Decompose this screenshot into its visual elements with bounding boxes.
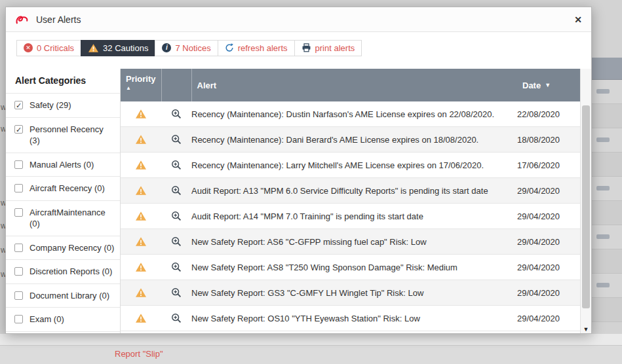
category-label: Manual Alerts (0) xyxy=(29,159,94,171)
criticals-filter-button[interactable]: ✕ 0 Criticals xyxy=(16,40,81,56)
user-alerts-modal: User Alerts ✕ ✕ 0 Criticals 32 Cautions xyxy=(5,7,592,334)
category-item[interactable]: Company Recency (0) xyxy=(6,236,120,260)
view-alert-button[interactable] xyxy=(161,134,191,145)
alert-text: Audit Report: A14 "MPM 7.0 Training" is … xyxy=(191,211,517,221)
alert-date: 29/04/2020 xyxy=(517,314,580,323)
alert-date: 18/08/2020 xyxy=(517,135,580,145)
cautions-filter-button[interactable]: 32 Cautions xyxy=(81,40,155,56)
zoom-in-icon xyxy=(171,134,182,145)
background-table-fragment xyxy=(592,58,622,334)
view-alert-button[interactable] xyxy=(161,262,191,272)
print-alerts-button[interactable]: print alerts xyxy=(294,40,362,56)
warning-icon xyxy=(135,236,147,247)
zoom-in-icon xyxy=(171,236,182,247)
alert-table-row: Audit Report: A13 "MPM 6.0 Service Diffi… xyxy=(121,178,580,204)
category-item[interactable]: ✓ Safety (29) xyxy=(6,93,120,117)
category-label: AircraftMaintenance (0) xyxy=(29,207,115,230)
priority-cell xyxy=(121,211,161,221)
alert-column-header[interactable]: Alert xyxy=(192,69,517,101)
category-item[interactable]: Exam (0) xyxy=(6,307,120,332)
category-label: Exam (0) xyxy=(29,314,64,325)
warning-icon xyxy=(135,134,147,145)
category-item[interactable]: AircraftMaintenance (0) xyxy=(6,200,120,236)
view-alert-button[interactable] xyxy=(161,160,191,170)
category-item[interactable]: ✓ Personnel Recency (3) xyxy=(6,117,120,153)
category-checkbox[interactable] xyxy=(14,208,23,217)
view-alert-button[interactable] xyxy=(161,185,191,196)
close-icon[interactable]: ✕ xyxy=(574,14,582,25)
notices-filter-button[interactable]: i 7 Notices xyxy=(155,40,218,56)
warning-icon xyxy=(135,211,147,221)
alert-date: 29/04/2020 xyxy=(517,211,580,221)
printer-icon xyxy=(301,43,311,52)
alert-table-row: New Safety Report: AS6 "C-GFPP missing f… xyxy=(121,229,580,255)
category-checkbox[interactable]: ✓ xyxy=(14,125,23,134)
view-alert-button[interactable] xyxy=(161,211,191,221)
zoom-in-icon xyxy=(171,287,182,298)
priority-cell xyxy=(121,313,161,323)
alert-text: New Safety Report: GS3 "C-GMFY LH Wingle… xyxy=(191,288,517,298)
category-label: Company Recency (0) xyxy=(29,242,114,254)
priority-cell xyxy=(121,160,161,170)
print-label: print alerts xyxy=(315,43,355,53)
alert-header-label: Alert xyxy=(197,81,217,90)
category-checkbox[interactable] xyxy=(14,184,23,192)
warning-icon xyxy=(135,313,147,323)
alert-text: New Safety Report: AS8 "T250 Wing Sponso… xyxy=(191,263,517,272)
category-list: ✓ Safety (29) ✓ Personnel Recency (3) Ma… xyxy=(6,93,120,332)
category-checkbox[interactable] xyxy=(14,267,23,276)
date-column-header[interactable]: Date ▼ xyxy=(517,69,580,101)
alert-rows: Recency (Maintenance): Dustin Narfason's… xyxy=(121,101,580,333)
zoom-in-icon xyxy=(171,109,182,119)
table-scrollbar[interactable]: ▼ xyxy=(580,69,591,333)
category-checkbox[interactable]: ✓ xyxy=(14,101,23,109)
alert-text: New Safety Report: AS6 "C-GFPP missing f… xyxy=(191,237,517,247)
scrollbar-thumb[interactable] xyxy=(582,105,590,308)
refresh-alerts-button[interactable]: refresh alerts xyxy=(218,40,295,56)
category-item[interactable]: Document Library (0) xyxy=(6,283,120,308)
zoom-in-icon xyxy=(171,211,182,221)
category-item[interactable]: Discretion Reports (0) xyxy=(6,259,120,283)
alert-table-row: New Safety Report: AS8 "T250 Wing Sponso… xyxy=(121,255,580,280)
alert-date: 29/04/2020 xyxy=(517,237,580,247)
refresh-label: refresh alerts xyxy=(238,43,288,53)
category-label: Discretion Reports (0) xyxy=(29,266,112,278)
category-checkbox[interactable] xyxy=(14,291,23,300)
background-report-link[interactable]: Report "Slip" xyxy=(115,349,163,359)
category-item[interactable]: Manual Alerts (0) xyxy=(6,153,120,177)
category-label: Document Library (0) xyxy=(29,290,109,302)
category-label: Aircraft Recency (0) xyxy=(29,183,105,194)
alert-text: Recency (Maintenance): Dani Berard's AME… xyxy=(191,135,517,145)
app-logo-icon xyxy=(15,14,29,26)
category-checkbox[interactable] xyxy=(14,160,23,169)
priority-cell xyxy=(121,134,161,145)
category-item[interactable]: Aircraft Recency (0) xyxy=(6,176,120,200)
alert-date: 22/08/2020 xyxy=(517,109,580,119)
category-label: Safety (29) xyxy=(29,100,71,111)
warning-icon xyxy=(135,287,147,298)
alert-text: Audit Report: A13 "MPM 6.0 Service Diffi… xyxy=(191,186,517,196)
category-checkbox[interactable] xyxy=(14,315,23,323)
alert-date: 29/04/2020 xyxy=(517,288,580,298)
scroll-down-icon[interactable]: ▼ xyxy=(581,326,591,333)
view-alert-button[interactable] xyxy=(161,313,191,323)
category-label: Personnel Recency (3) xyxy=(29,124,115,147)
zoom-in-icon xyxy=(171,160,182,170)
view-alert-button[interactable] xyxy=(161,287,191,298)
alert-table-row: Recency (Maintenance): Dani Berard's AME… xyxy=(121,127,580,153)
alert-text: Recency (Maintenance): Dustin Narfason's… xyxy=(191,109,517,119)
priority-column-header[interactable]: Priority ▲ xyxy=(121,69,162,101)
alert-table-row: Recency (Maintenance): Dustin Narfason's… xyxy=(121,101,580,127)
cautions-label: 32 Cautions xyxy=(103,43,148,53)
priority-cell xyxy=(121,109,161,119)
alert-table-row: New Safety Report: GS3 "C-GMFY LH Wingle… xyxy=(121,280,580,306)
zoom-in-icon xyxy=(171,262,182,272)
alert-categories-sidebar: Alert Categories ✓ Safety (29) ✓ Personn… xyxy=(6,69,121,333)
category-checkbox[interactable] xyxy=(14,244,23,252)
view-alert-button[interactable] xyxy=(161,109,191,119)
criticals-label: 0 Criticals xyxy=(37,43,74,53)
priority-cell xyxy=(121,185,161,196)
modal-content: Alert Categories ✓ Safety (29) ✓ Personn… xyxy=(6,64,591,333)
warning-icon xyxy=(88,43,99,53)
view-alert-button[interactable] xyxy=(161,236,191,247)
